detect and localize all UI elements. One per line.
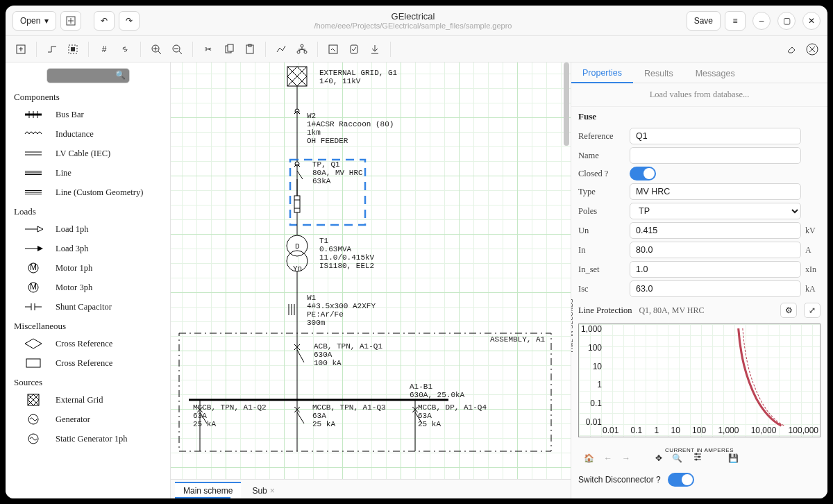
expand-icon[interactable]: ⤢ — [804, 303, 821, 318]
tab-properties[interactable]: Properties — [571, 64, 633, 83]
pan-icon[interactable]: ✥ — [655, 453, 662, 463]
checklist-icon[interactable] — [344, 40, 364, 59]
svg-text:M: M — [30, 282, 37, 292]
closed-toggle[interactable] — [630, 167, 656, 180]
component-load-1ph[interactable]: Load 1ph — [6, 219, 170, 239]
schematic-canvas[interactable]: EXTERNAL GRID, G1 1∠0, 11kV W2 1#ACSR Ra… — [171, 62, 571, 479]
toolbar: + # ✂ — [6, 36, 827, 62]
sheet-tabs: Main scheme Sub× — [171, 479, 571, 498]
switch-disconnector-toggle[interactable] — [668, 473, 694, 487]
name-input[interactable] — [630, 147, 801, 164]
hamburger-button[interactable]: ≡ — [725, 11, 746, 31]
component-line[interactable]: Line — [6, 163, 170, 183]
isc-input[interactable] — [630, 280, 801, 297]
svg-text:80A, MV HRC: 80A, MV HRC — [312, 169, 363, 177]
group-misc: Miscellaneous — [6, 317, 170, 334]
component-static-gen[interactable]: Static Generator 1ph — [6, 429, 170, 448]
inset-input[interactable] — [630, 261, 801, 278]
component-line-custom[interactable]: Line (Custom Geometry) — [6, 183, 170, 202]
forward-icon[interactable]: → — [622, 453, 630, 463]
svg-text:ASSEMBLY, A1: ASSEMBLY, A1 — [490, 335, 546, 344]
close-window-button[interactable]: ✕ — [802, 12, 821, 30]
zoom-icon[interactable]: 🔍 — [672, 453, 682, 463]
tab-sub[interactable]: Sub× — [244, 482, 283, 498]
component-inductance[interactable]: Inductance — [6, 124, 170, 144]
tab-results[interactable]: Results — [633, 65, 684, 83]
section-fuse: Fuse — [571, 107, 827, 126]
analysis-icon[interactable] — [271, 40, 291, 59]
component-shunt-cap[interactable]: Shunt Capacitor — [6, 297, 170, 317]
switch-disc-label: Switch Disconnector ? — [578, 475, 661, 485]
eraser-icon[interactable] — [782, 40, 801, 59]
network-icon[interactable] — [292, 40, 312, 59]
svg-text:4#3.5x300 A2XFY: 4#3.5x300 A2XFY — [307, 302, 376, 310]
chart-ylabel: TIME IN SECONDS — [571, 299, 574, 353]
component-crossref-2[interactable]: Cross Reference — [6, 353, 170, 373]
copy-icon[interactable] — [219, 40, 239, 59]
close-icon[interactable]: × — [270, 486, 275, 496]
svg-text:63A: 63A — [418, 412, 432, 420]
svg-text:+: + — [18, 44, 23, 54]
svg-rect-111 — [179, 333, 551, 451]
svg-text:0.63MVA: 0.63MVA — [319, 245, 352, 253]
undo-button[interactable]: ↶ — [94, 11, 115, 31]
maximize-button[interactable]: ▢ — [777, 12, 796, 30]
new-tab-button[interactable] — [60, 11, 81, 31]
component-motor-3ph[interactable]: MMotor 3ph — [6, 278, 170, 297]
protection-chart[interactable]: TIME IN SECONDS 1,0001001010.10.01 0.010… — [578, 324, 821, 437]
zoom-in-icon[interactable] — [146, 40, 166, 59]
download-icon[interactable] — [365, 40, 385, 59]
minimize-button[interactable]: – — [752, 12, 771, 30]
svg-text:PE:Ar/Fe: PE:Ar/Fe — [307, 310, 344, 319]
in-input[interactable] — [630, 242, 801, 258]
tab-main-scheme[interactable]: Main scheme — [175, 482, 241, 498]
paste-icon[interactable] — [240, 40, 260, 59]
select-area-icon[interactable] — [63, 40, 83, 59]
type-input[interactable] — [630, 183, 801, 200]
component-bus-bar[interactable]: Bus Bar — [6, 105, 170, 124]
svg-text:W2: W2 — [307, 112, 316, 120]
svg-text:TP, Q1: TP, Q1 — [312, 160, 340, 169]
component-crossref-1[interactable]: Cross Reference — [6, 334, 170, 353]
component-motor-1ph[interactable]: MMotor 1ph — [6, 258, 170, 278]
redo-button[interactable]: ↷ — [119, 11, 140, 31]
poles-select[interactable]: TP — [630, 203, 801, 219]
svg-text:630A: 630A — [314, 351, 333, 359]
chart-xlabel: CURRENT IN AMPERES — [665, 447, 734, 453]
zoom-out-icon[interactable] — [167, 40, 187, 59]
clear-icon[interactable] — [802, 40, 822, 59]
svg-marker-57 — [25, 339, 42, 348]
un-input[interactable] — [630, 222, 801, 239]
validate-icon[interactable] — [323, 40, 343, 59]
titlebar: Open ▾ ↶ ↷ GElectrical /home/eee/Project… — [6, 6, 827, 36]
components-panel: 🔍 Components Bus Bar Inductance LV Cable… — [6, 62, 171, 498]
canvas-scrollbar[interactable] — [564, 62, 569, 479]
open-button[interactable]: Open ▾ — [12, 11, 56, 31]
svg-text:ACB, TPN, A1-Q1: ACB, TPN, A1-Q1 — [314, 342, 382, 351]
component-generator[interactable]: Generator — [6, 410, 170, 429]
svg-rect-58 — [26, 359, 40, 367]
back-icon[interactable]: ← — [604, 453, 612, 463]
svg-text:D: D — [295, 242, 300, 251]
svg-rect-6 — [71, 47, 75, 51]
cut-icon[interactable]: ✂ — [199, 40, 218, 59]
gear-icon[interactable]: ⚙ — [780, 303, 797, 318]
save-chart-icon[interactable]: 💾 — [728, 453, 739, 463]
load-from-db-link[interactable]: Load values from database... — [571, 83, 827, 107]
home-icon[interactable]: 🏠 — [584, 453, 594, 463]
link-icon[interactable] — [115, 40, 135, 59]
tab-messages[interactable]: Messages — [684, 65, 746, 83]
reference-input[interactable] — [630, 128, 801, 144]
app-title: GElectrical — [144, 11, 682, 22]
svg-text:M: M — [30, 262, 37, 272]
hash-icon[interactable]: # — [94, 40, 114, 59]
svg-point-19 — [297, 51, 300, 53]
save-button[interactable]: Save — [687, 11, 721, 31]
component-load-3ph[interactable]: Load 3ph — [6, 239, 170, 258]
component-ext-grid[interactable]: External Grid — [6, 390, 170, 410]
group-sources: Sources — [6, 373, 170, 390]
add-sheet-icon[interactable]: + — [11, 40, 31, 59]
wire-icon[interactable] — [42, 40, 62, 59]
component-lv-cable[interactable]: LV Cable (IEC) — [6, 144, 170, 163]
svg-marker-46 — [37, 226, 43, 232]
